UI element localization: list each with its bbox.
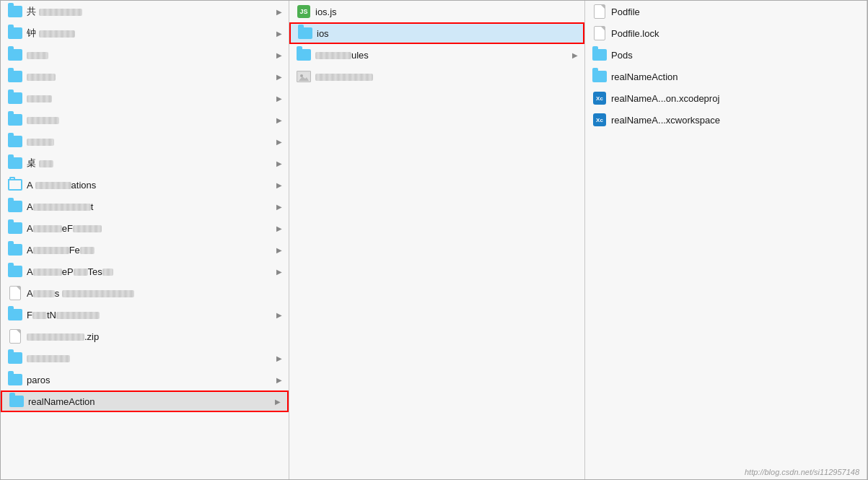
- list-item-ios-folder[interactable]: ios: [289, 22, 584, 44]
- xcworkspace-icon: Xc: [592, 113, 607, 127]
- list-item[interactable]: 共 ▶: [1, 1, 289, 22]
- item-label: AePTes: [27, 266, 274, 277]
- folder-icon: [8, 351, 22, 365]
- folder-outline-icon: [8, 178, 22, 192]
- folder-icon: [8, 113, 22, 127]
- item-label: ios: [317, 28, 579, 39]
- js-file-icon: JS: [297, 4, 311, 19]
- list-item[interactable]: paros ▶: [1, 369, 289, 390]
- item-label: 共: [27, 5, 274, 18]
- list-item[interactable]: AFe ▶: [1, 239, 289, 261]
- column-2: JS ios.js ios ules ▶: [289, 1, 585, 479]
- list-item[interactable]: JS ios.js: [289, 1, 584, 22]
- list-item[interactable]: ▶: [1, 109, 289, 131]
- item-label: A ations: [27, 180, 274, 191]
- columns-container: 共 ▶ 钟 ▶ ▶ ▶ ▶: [1, 1, 867, 479]
- item-label: [27, 50, 274, 61]
- list-item[interactable]: Podfile: [585, 1, 867, 22]
- folder-icon: [8, 264, 22, 279]
- xcodeproj-icon: Xc: [592, 91, 607, 105]
- folder-icon: [8, 199, 22, 214]
- list-item[interactable]: ▶: [1, 87, 289, 109]
- item-label: At: [27, 201, 274, 212]
- list-item[interactable]: AeF ▶: [1, 217, 289, 239]
- item-label: [315, 71, 580, 82]
- item-label: [27, 93, 274, 104]
- item-label: AFe: [27, 245, 274, 256]
- item-label: ules: [315, 50, 570, 61]
- item-label: Pods: [611, 50, 862, 61]
- list-item[interactable]: 桌 ▶: [1, 152, 289, 174]
- list-item[interactable]: A ations ▶: [1, 174, 289, 196]
- list-item[interactable]: ▶: [1, 347, 289, 369]
- item-label: FtN: [27, 310, 274, 320]
- list-item[interactable]: 钟 ▶: [1, 22, 289, 44]
- item-label: realNameAction: [611, 71, 862, 82]
- item-label: 桌: [27, 157, 274, 170]
- folder-icon: [592, 48, 607, 62]
- finder-window: 共 ▶ 钟 ▶ ▶ ▶ ▶: [0, 0, 868, 480]
- column-1: 共 ▶ 钟 ▶ ▶ ▶ ▶: [1, 1, 289, 479]
- folder-icon: [8, 69, 22, 84]
- folder-icon: [8, 243, 22, 257]
- folder-icon: [297, 48, 311, 62]
- list-item[interactable]: At ▶: [1, 196, 289, 217]
- list-item[interactable]: Podfile.lock: [585, 22, 867, 44]
- item-label: realNameAction: [28, 396, 273, 407]
- list-item[interactable]: ▶: [1, 131, 289, 152]
- item-label: realNameA...xcworkspace: [611, 115, 862, 126]
- list-item[interactable]: Xc realNameA...xcworkspace: [585, 109, 867, 131]
- item-label: Podfile.lock: [611, 28, 862, 39]
- folder-icon: [8, 48, 22, 62]
- folder-icon: [8, 134, 22, 149]
- item-label: Podfile: [611, 6, 862, 17]
- file-icon: [8, 329, 22, 344]
- list-item[interactable]: FtN ▶: [1, 304, 289, 326]
- list-item[interactable]: ▶: [1, 66, 289, 87]
- list-item[interactable]: Pods: [585, 44, 867, 66]
- item-label: As: [27, 288, 284, 299]
- file-icon: [592, 4, 607, 19]
- thumbnail-icon: [297, 69, 311, 84]
- folder-icon: [8, 221, 22, 235]
- list-item[interactable]: ▶: [1, 44, 289, 66]
- column-3: Podfile Podfile.lock Pods realNameAction…: [585, 1, 867, 479]
- folder-icon: [9, 394, 24, 409]
- list-item[interactable]: As: [1, 282, 289, 304]
- folder-icon: [8, 26, 22, 40]
- item-label: 钟: [27, 27, 274, 40]
- folder-icon: [8, 156, 22, 170]
- list-item[interactable]: ules ▶: [289, 44, 584, 66]
- item-label: .zip: [27, 331, 284, 342]
- folder-icon: [8, 307, 22, 322]
- folder-icon: [592, 69, 607, 84]
- folder-icon: [8, 91, 22, 105]
- item-label: [27, 71, 274, 82]
- list-item[interactable]: [289, 66, 584, 87]
- file-icon: [592, 26, 607, 40]
- list-item[interactable]: realNameAction: [585, 66, 867, 87]
- list-item[interactable]: .zip: [1, 326, 289, 347]
- item-label: [27, 353, 274, 364]
- folder-icon: [8, 372, 22, 387]
- list-item[interactable]: Xc realNameA...on.xcodeproj: [585, 87, 867, 109]
- list-item-realNameAction[interactable]: realNameAction ▶: [1, 390, 289, 412]
- folder-icon: [298, 26, 312, 40]
- watermark: http://blog.csdn.net/si112957148: [745, 468, 859, 476]
- list-item[interactable]: AePTes ▶: [1, 261, 289, 282]
- item-label: [27, 136, 274, 147]
- item-label: ios.js: [315, 6, 580, 17]
- item-label: realNameA...on.xcodeproj: [611, 93, 862, 104]
- item-label: paros: [27, 375, 274, 385]
- item-label: [27, 115, 274, 126]
- folder-icon: [8, 4, 22, 19]
- file-icon: [8, 286, 22, 300]
- item-label: AeF: [27, 223, 274, 234]
